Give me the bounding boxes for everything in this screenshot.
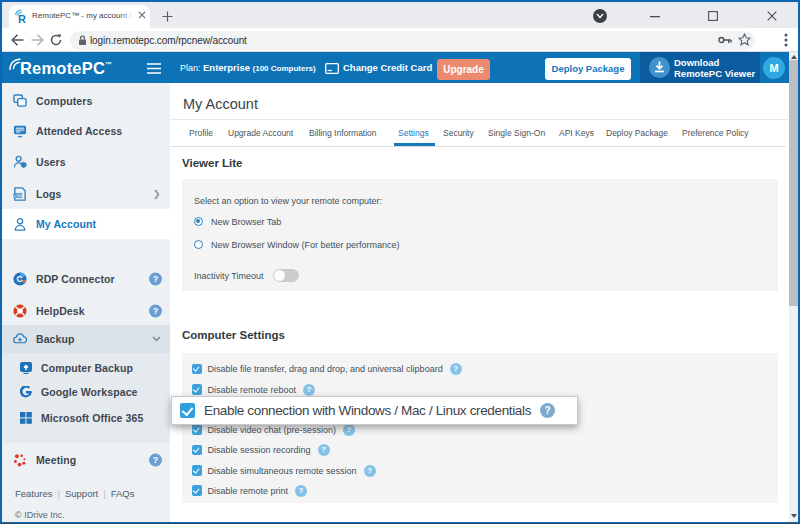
svg-text:LOGS: LOGS — [14, 194, 23, 198]
svg-text:R: R — [18, 13, 26, 25]
svg-text:C: C — [17, 273, 23, 283]
